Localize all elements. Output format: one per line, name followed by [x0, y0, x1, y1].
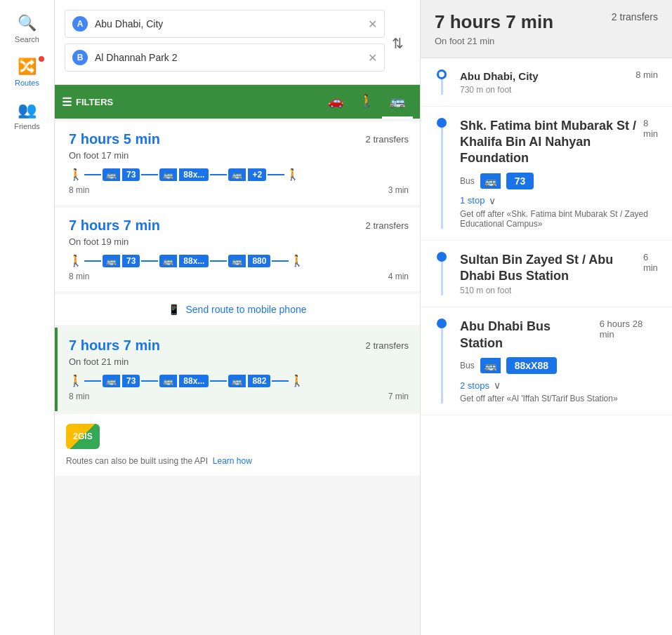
send-route-card[interactable]: 📱 Send route to mobile phone — [55, 294, 420, 325]
search-from-input[interactable] — [95, 18, 368, 29]
line-2a — [84, 260, 101, 262]
tl-dot-2 — [437, 118, 447, 128]
route-3-time: 7 hours 7 min — [69, 337, 160, 354]
route-1-walk-start: 8 min — [69, 185, 89, 195]
stops-toggle-1[interactable]: 1 stop ∨ — [460, 195, 658, 206]
route-2-foot: On foot 19 min — [69, 236, 409, 247]
step-2-name: Shk. Fatima bint Mubarak St / Khalifa Bi… — [460, 118, 636, 167]
route-detail-main: 7 hours 7 min On foot 21 min 2 transfers — [435, 11, 658, 46]
api-logo-text: 2GIS — [73, 432, 92, 441]
bus-num-1b: 88x... — [178, 168, 209, 181]
detail-time: 7 hours 7 min — [435, 11, 553, 32]
route-1-time: 7 hours 5 min — [69, 131, 160, 147]
walk-icon: 🚶 — [359, 93, 374, 109]
step-4-row: Abu Dhabi Bus Station 6 hours 28 min — [460, 319, 658, 352]
step-4-bus-label: Bus — [460, 361, 475, 370]
sidebar-item-friends[interactable]: 👥 Friends — [0, 94, 54, 138]
search-icon: 🔍 — [18, 14, 37, 32]
route-2-steps: 🚶 🚌 73 🚌 88x... 🚌 880 🚶 — [69, 254, 409, 267]
sidebar-item-search[interactable]: 🔍 Search — [0, 7, 54, 51]
filters-label: FILTERS — [76, 97, 113, 107]
tl-dot-4 — [437, 319, 447, 328]
car-icon: 🚗 — [328, 93, 343, 109]
transport-bus-button[interactable]: 🚌 — [382, 85, 413, 119]
bus-icon-3c: 🚌 — [228, 375, 246, 387]
marker-a: A — [72, 16, 88, 32]
route-card-1[interactable]: 7 hours 5 min 2 transfers On foot 17 min… — [55, 121, 420, 205]
detail-step-2: Shk. Fatima bint Mubarak St / Khalifa Bi… — [421, 107, 672, 241]
timeline-3 — [435, 252, 449, 296]
route-card-3[interactable]: 7 hours 7 min 2 transfers On foot 21 min… — [55, 328, 420, 411]
route-1-steps: 🚶 🚌 73 🚌 88x... 🚌 +2 🚶 — [69, 168, 409, 181]
route-card-2[interactable]: 7 hours 7 min 2 transfers On foot 19 min… — [55, 208, 420, 291]
footer-card: 2GIS Routes can also be built using the … — [55, 414, 420, 476]
bus-icon-2a: 🚌 — [103, 255, 120, 267]
clear-to-button[interactable]: ✕ — [368, 51, 377, 65]
walk-start-icon-2: 🚶 — [69, 254, 83, 267]
step-3-name: Sultan Bin Zayed St / Abu Dhabi Bus Stat… — [460, 252, 636, 285]
routes-notification-dot — [39, 56, 44, 62]
api-logo: 2GIS — [66, 424, 100, 449]
filter-bar: ☰ FILTERS 🚗 🚶 🚌 — [55, 85, 420, 119]
bus-step-2a: 🚌 73 — [103, 255, 140, 267]
tl-line-2 — [441, 128, 443, 229]
transport-walk-button[interactable]: 🚶 — [351, 85, 382, 119]
step-3-sub: 510 m on foot — [460, 286, 658, 295]
search-to-row: B ✕ — [65, 44, 385, 72]
tl-line-3 — [441, 262, 443, 296]
filters-button[interactable]: ☰ FILTERS — [62, 95, 113, 109]
route-3-foot: On foot 21 min — [69, 356, 409, 367]
step-4-duration: 6 hours 28 min — [593, 319, 658, 340]
transport-car-button[interactable]: 🚗 — [320, 85, 351, 119]
route-detail-header: 7 hours 7 min On foot 21 min 2 transfers — [421, 0, 672, 58]
line-2c — [210, 260, 227, 262]
route-2-header: 7 hours 7 min 2 transfers — [69, 218, 409, 234]
step-3-content: Sultan Bin Zayed St / Abu Dhabi Bus Stat… — [460, 252, 658, 296]
chevron-down-icon-1: ∨ — [489, 195, 496, 206]
route-2-walk-end: 4 min — [388, 272, 409, 281]
walk-start-icon-3: 🚶 — [69, 374, 83, 387]
step-3-row: Sultan Bin Zayed St / Abu Dhabi Bus Stat… — [460, 252, 658, 285]
clear-from-button[interactable]: ✕ — [368, 18, 377, 31]
bus-icon-step4: 🚌 — [480, 358, 501, 373]
bus-icon-1b: 🚌 — [159, 168, 177, 181]
step-4-content: Abu Dhabi Bus Station 6 hours 28 min Bus… — [460, 319, 658, 403]
line-3a — [84, 380, 101, 382]
bus-step-3c: 🚌 882 — [228, 375, 270, 387]
timeline-1 — [435, 69, 449, 95]
step-2-row: Shk. Fatima bint Mubarak St / Khalifa Bi… — [460, 118, 658, 167]
line-2d — [272, 260, 289, 262]
send-route-icon: 📱 — [168, 304, 180, 315]
step-1-duration: 8 min — [628, 69, 658, 80]
routes-list: 7 hours 5 min 2 transfers On foot 17 min… — [55, 119, 420, 635]
detail-step-4: Abu Dhabi Bus Station 6 hours 28 min Bus… — [421, 307, 672, 415]
routes-icon: 🔀 — [18, 58, 37, 76]
search-box: A ✕ B ✕ ⇅ — [55, 0, 420, 85]
friends-icon: 👥 — [18, 101, 37, 119]
sidebar-item-routes[interactable]: 🔀 Routes — [0, 51, 54, 94]
route-3-timing: 8 min 7 min — [69, 392, 409, 401]
search-from-row: A ✕ — [65, 10, 385, 38]
detail-step-1: Abu Dhabi, City 8 min 730 m on foot — [421, 58, 672, 107]
search-to-input[interactable] — [95, 52, 368, 63]
step-1-name: Abu Dhabi, City — [460, 69, 539, 83]
line-3c — [210, 380, 227, 382]
bus-num-2c: 880 — [247, 255, 270, 267]
bus-icon-3b: 🚌 — [159, 375, 177, 387]
timeline-2 — [435, 118, 449, 229]
learn-how-link[interactable]: Learn how — [213, 456, 252, 466]
bus-step-2c: 🚌 880 — [228, 255, 270, 267]
line-3d — [272, 380, 289, 382]
bus-icon-2c: 🚌 — [228, 255, 246, 267]
tl-line-4 — [441, 328, 443, 403]
stops-toggle-2[interactable]: 2 stops ∨ — [460, 380, 658, 391]
route-1-transfers: 2 transfers — [366, 134, 409, 145]
swap-icon: ⇅ — [392, 35, 404, 52]
swap-button[interactable]: ⇅ — [385, 10, 410, 77]
route-1-header: 7 hours 5 min 2 transfers — [69, 131, 409, 147]
tl-dot-3 — [437, 252, 447, 262]
tl-dot-1 — [437, 69, 447, 79]
step-4-get-off: Get off after «Al 'Iffah St/Tarif Bus St… — [460, 394, 658, 403]
line-1b — [141, 174, 158, 175]
step-1-content: Abu Dhabi, City 8 min 730 m on foot — [460, 69, 658, 95]
